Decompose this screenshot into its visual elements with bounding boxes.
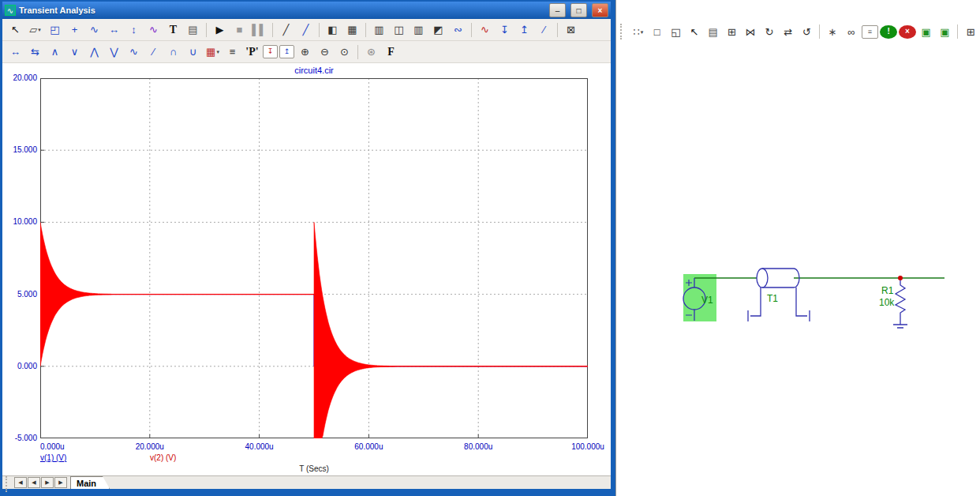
cursor-mode-icon[interactable]: + <box>65 21 84 39</box>
x-axis-title: T (Secs) <box>40 464 588 473</box>
toolbar-grip <box>6 476 10 492</box>
line-tool-icon[interactable]: ╱ <box>277 21 295 39</box>
grid-panel-icon[interactable]: ▦ <box>343 21 361 39</box>
split-panel-icon[interactable]: ◧ <box>324 21 342 39</box>
schematic-canvas[interactable]: V1 T1 R1 10k <box>616 0 980 496</box>
next-peak-icon[interactable]: ∧ <box>46 43 64 61</box>
select-pointer-icon[interactable]: ↖ <box>6 21 24 39</box>
point-tag-icon[interactable]: ∿ <box>85 21 103 39</box>
app-icon: ∿ <box>5 5 16 16</box>
text-tool-icon[interactable]: T <box>164 21 182 39</box>
web-icon[interactable]: ⊛ <box>362 43 380 61</box>
inflection-icon[interactable]: ∿ <box>125 43 143 61</box>
plot-scroll-buttons: ◀◀▶▶ <box>4 476 68 489</box>
left-panel-icon[interactable]: ◫ <box>390 21 408 39</box>
horizontal-tag-icon[interactable]: ↔ <box>105 21 123 39</box>
y-axis-label: -5.000 <box>2 434 37 442</box>
slope-icon[interactable]: ∕ <box>535 21 553 39</box>
plot-canvas[interactable] <box>40 78 588 438</box>
x-axis-label: 100.000u <box>571 442 604 451</box>
toolbar-separator <box>365 23 366 37</box>
graphics-menu-icon[interactable]: ▱▾ <box>26 21 44 39</box>
plot-scroll-left-button[interactable]: ◀ <box>28 477 40 488</box>
tab-main[interactable]: Main <box>70 476 110 489</box>
properties-icon[interactable]: ▤ <box>705 23 722 41</box>
svg-text:R1: R1 <box>881 285 894 296</box>
cursor-right-icon[interactable]: ⇆ <box>26 43 44 61</box>
drop-cursor-icon[interactable]: ↧ <box>496 21 514 39</box>
tag-horizontal-icon[interactable]: ↥ <box>279 45 294 58</box>
zoom-window-icon[interactable]: ⊙ <box>335 43 353 61</box>
region-tool-icon[interactable]: ◱ <box>667 23 684 41</box>
window-bottom-frame <box>2 489 611 496</box>
rotate-cw-icon[interactable]: ↻ <box>761 23 778 41</box>
find-binoculars-icon[interactable]: ∞ <box>843 23 860 41</box>
dropdown-caret-icon: ▾ <box>641 29 644 35</box>
select-tool-icon[interactable]: ↖ <box>686 23 703 41</box>
probe-icon[interactable]: ∗ <box>824 23 841 41</box>
flip-icon[interactable]: ⇄ <box>780 23 797 41</box>
x-axis-label: 60.000u <box>354 442 383 451</box>
vertical-tag-icon[interactable]: ↕ <box>125 21 143 39</box>
info-icon[interactable]: ! <box>880 25 897 39</box>
svg-text:10k: 10k <box>879 297 895 308</box>
toolbar-separator <box>319 23 320 37</box>
palette-icon[interactable]: ▦▾ <box>204 43 222 61</box>
toolbar-separator <box>957 24 958 39</box>
zoom-out-icon[interactable]: ⊖ <box>316 43 334 61</box>
global-high-icon[interactable]: ⋀ <box>85 43 103 61</box>
svg-text:V1: V1 <box>701 295 713 306</box>
plot-scroll-end-button[interactable]: ▶ <box>54 477 67 488</box>
toolbar-separator <box>471 23 472 37</box>
properties-icon[interactable]: ▤ <box>184 21 202 39</box>
new-window-icon[interactable]: ⊞ <box>962 23 979 41</box>
dropdown-caret-icon: ▾ <box>216 49 219 54</box>
legend-v1[interactable]: v(1) (V) <box>40 453 66 462</box>
copy-to-front-icon[interactable]: ▣ <box>918 23 935 41</box>
raise-cursor-icon[interactable]: ↥ <box>515 21 533 39</box>
y-axis-label: 5.000 <box>2 290 37 299</box>
window-title: Transient Analysis <box>19 6 544 15</box>
component-icon[interactable]: ⊞ <box>724 23 741 41</box>
plot-tab-bar: ◀◀▶▶ Main <box>2 475 611 489</box>
stop-button[interactable]: ■ <box>230 21 249 39</box>
copy-to-back-icon[interactable]: ▣ <box>937 23 954 41</box>
plot-scroll-start-button[interactable]: ◀ <box>14 477 27 488</box>
top-cursor-icon[interactable]: ∩ <box>164 43 182 61</box>
minimize-button[interactable]: – <box>549 3 566 17</box>
xy-axes-icon[interactable]: ⊠ <box>562 21 580 39</box>
p-key-icon[interactable]: 'P' <box>243 43 261 61</box>
clear-errors-icon[interactable]: × <box>899 25 916 39</box>
pause-button[interactable]: ▌▌ <box>250 21 268 39</box>
fourier-icon[interactable]: F <box>382 43 400 61</box>
measure-line-icon[interactable]: ╱ <box>297 21 315 39</box>
zoom-in-icon[interactable]: ⊕ <box>296 43 314 61</box>
performance-tag-icon[interactable]: ∿ <box>144 21 163 39</box>
cursor-left-icon[interactable]: ↔ <box>6 43 24 61</box>
global-low-icon[interactable]: ⋁ <box>105 43 123 61</box>
toolbar-separator <box>206 23 207 37</box>
plot-scroll-right-button[interactable]: ▶ <box>41 477 54 488</box>
scale-mode-icon[interactable]: ◰ <box>46 21 64 39</box>
y-axis-label: 0.000 <box>2 362 37 370</box>
numeric-output-icon[interactable]: ≡ <box>223 43 241 61</box>
run-button[interactable]: ▶ <box>211 21 229 39</box>
rectangle-tool-icon[interactable]: □ <box>649 23 666 41</box>
bottom-panel-icon[interactable]: ◩ <box>429 21 447 39</box>
mirror-icon[interactable]: ⋈ <box>742 23 759 41</box>
waveform-cut-icon[interactable]: ∾ <box>449 21 467 39</box>
bottom-cursor-icon[interactable]: ∪ <box>184 43 202 61</box>
rotate-ccw-icon[interactable]: ↺ <box>798 23 815 41</box>
close-button[interactable]: × <box>592 3 608 17</box>
legend-v2[interactable]: v(2) (V) <box>150 453 176 462</box>
stripe-panel-icon[interactable]: ▥ <box>370 21 388 39</box>
tag-waveform-icon[interactable]: ∿ <box>476 21 494 39</box>
tag-point-icon[interactable]: ↧ <box>263 45 278 58</box>
slope-cursor-icon[interactable]: ∕ <box>144 43 163 61</box>
maximize-button[interactable]: □ <box>570 3 587 17</box>
column-panel-icon[interactable]: ▥ <box>410 21 428 39</box>
comment-icon[interactable]: ≡ <box>862 25 879 39</box>
next-valley-icon[interactable]: ∨ <box>65 43 84 61</box>
titlebar[interactable]: ∿ Transient Analysis – □ × <box>2 2 611 19</box>
grid-options-icon[interactable]: ∷▾ <box>630 23 647 41</box>
